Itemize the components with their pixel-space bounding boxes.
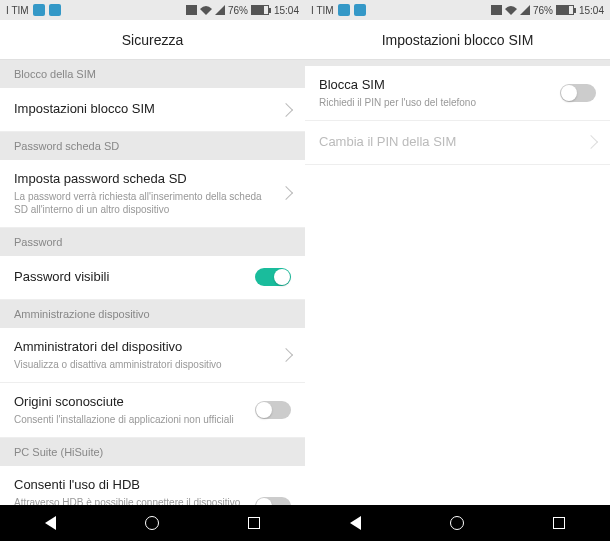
- row-title: Password visibili: [14, 269, 247, 286]
- screen-sim-lock-settings: I TIM 76% 15:04 Impostazioni blocco SIM …: [305, 0, 610, 541]
- chevron-right-icon: [279, 186, 293, 200]
- toggle-unknown-sources[interactable]: [255, 401, 291, 419]
- battery-icon: [251, 5, 271, 15]
- battery-pct: 76%: [533, 5, 553, 16]
- row-title: Origini sconosciute: [14, 394, 247, 411]
- wifi-icon: [200, 5, 212, 15]
- data-icon: [491, 5, 502, 15]
- row-subtitle: La password verrà richiesta all'inserime…: [14, 190, 273, 216]
- battery-pct: 76%: [228, 5, 248, 16]
- notification-icon: [354, 4, 366, 16]
- wifi-icon: [505, 5, 517, 15]
- section-pc-suite: PC Suite (HiSuite): [0, 438, 305, 466]
- row-subtitle: Consenti l'installazione di applicazioni…: [14, 413, 247, 426]
- carrier-label: I TIM: [311, 5, 334, 16]
- nav-bar: [0, 505, 305, 541]
- row-subtitle: Richiedi il PIN per l'uso del telefono: [319, 96, 552, 109]
- toggle-passwords-visible[interactable]: [255, 268, 291, 286]
- svg-rect-1: [491, 5, 502, 15]
- row-block-sim[interactable]: Blocca SIM Richiedi il PIN per l'uso del…: [305, 66, 610, 121]
- battery-icon: [556, 5, 576, 15]
- nav-recent-icon[interactable]: [553, 517, 565, 529]
- status-bar: I TIM 76% 15:04: [0, 0, 305, 20]
- row-change-sim-pin: Cambia il PIN della SIM: [305, 121, 610, 165]
- signal-icon: [215, 5, 225, 15]
- nav-home-icon[interactable]: [450, 516, 464, 530]
- screen-security: I TIM 76% 15:04 Sicurezza Blocco della S…: [0, 0, 305, 541]
- nav-bar: [305, 505, 610, 541]
- section-device-admin: Amministrazione dispositivo: [0, 300, 305, 328]
- row-unknown-sources[interactable]: Origini sconosciute Consenti l'installaz…: [0, 383, 305, 438]
- section-password: Password: [0, 228, 305, 256]
- row-title: Amministratori del dispositivo: [14, 339, 273, 356]
- signal-icon: [520, 5, 530, 15]
- nav-recent-icon[interactable]: [248, 517, 260, 529]
- svg-rect-0: [186, 5, 197, 15]
- page-title: Sicurezza: [0, 20, 305, 60]
- row-set-sd-password[interactable]: Imposta password scheda SD La password v…: [0, 160, 305, 228]
- clock: 15:04: [274, 5, 299, 16]
- row-title: Impostazioni blocco SIM: [14, 101, 273, 118]
- row-title: Consenti l'uso di HDB: [14, 477, 247, 494]
- row-sim-lock-settings[interactable]: Impostazioni blocco SIM: [0, 88, 305, 132]
- row-subtitle: Attraverso HDB è possibile connettere il…: [14, 496, 247, 505]
- data-icon: [186, 5, 197, 15]
- row-subtitle: Visualizza o disattiva amministratori di…: [14, 358, 273, 371]
- page-title: Impostazioni blocco SIM: [305, 20, 610, 60]
- row-device-admins[interactable]: Amministratori del dispositivo Visualizz…: [0, 328, 305, 383]
- section-sim-lock: Blocco della SIM: [0, 60, 305, 88]
- status-bar: I TIM 76% 15:04: [305, 0, 610, 20]
- chevron-right-icon: [584, 135, 598, 149]
- row-title: Blocca SIM: [319, 77, 552, 94]
- chevron-right-icon: [279, 348, 293, 362]
- nav-home-icon[interactable]: [145, 516, 159, 530]
- row-title: Imposta password scheda SD: [14, 171, 273, 188]
- row-allow-hdb[interactable]: Consenti l'uso di HDB Attraverso HDB è p…: [0, 466, 305, 505]
- nav-back-icon[interactable]: [350, 516, 361, 530]
- toggle-allow-hdb[interactable]: [255, 497, 291, 505]
- row-passwords-visible[interactable]: Password visibili: [0, 256, 305, 300]
- row-title: Cambia il PIN della SIM: [319, 134, 578, 151]
- notification-icon: [49, 4, 61, 16]
- notification-icon: [33, 4, 45, 16]
- toggle-block-sim[interactable]: [560, 84, 596, 102]
- chevron-right-icon: [279, 102, 293, 116]
- section-sd-password: Password scheda SD: [0, 132, 305, 160]
- clock: 15:04: [579, 5, 604, 16]
- nav-back-icon[interactable]: [45, 516, 56, 530]
- notification-icon: [338, 4, 350, 16]
- carrier-label: I TIM: [6, 5, 29, 16]
